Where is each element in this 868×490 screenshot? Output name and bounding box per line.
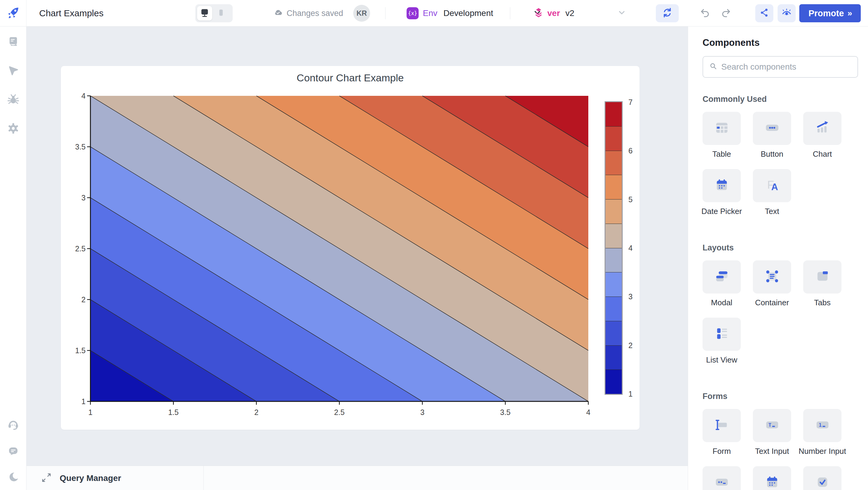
component-label: Modal (711, 298, 733, 307)
y-tick-label: 2 (59, 295, 86, 304)
search-input[interactable] (721, 62, 852, 72)
dark-mode-icon[interactable] (7, 471, 20, 484)
left-sidebar (0, 27, 27, 490)
app-logo[interactable] (0, 0, 27, 27)
rocket-logo-icon (6, 6, 20, 21)
component-label: Number Input (799, 447, 846, 456)
numberinput-icon: 1 (814, 416, 831, 435)
datepicker-icon (713, 176, 731, 195)
component-search[interactable] (703, 56, 858, 78)
desktop-toggle-button[interactable] (197, 6, 212, 21)
env-badge-icon: {x} (407, 7, 418, 19)
component-card-text[interactable]: FA Text (747, 169, 797, 216)
container-icon (764, 268, 781, 286)
env-label: Env (423, 8, 437, 18)
component-card-date-picker[interactable]: Date Picker (747, 466, 797, 490)
redo-button[interactable] (720, 7, 733, 20)
component-card-date-picker[interactable]: Date Picker (696, 169, 747, 216)
environment-selector[interactable]: {x} Env Development (407, 0, 542, 27)
chart-component[interactable]: Contour Chart Example 11.522.533.5411.52… (61, 66, 640, 430)
component-label: Text (765, 207, 779, 216)
share-icon (759, 7, 770, 19)
refresh-button[interactable] (656, 4, 679, 22)
component-label: Chart (813, 150, 832, 159)
save-status: Changes saved (273, 0, 343, 27)
svg-text:T: T (768, 422, 771, 428)
mobile-toggle-button[interactable] (213, 6, 228, 21)
promote-button[interactable]: Promote » (799, 4, 861, 22)
button-icon (764, 119, 781, 138)
modal-icon (713, 268, 731, 286)
form-icon (713, 416, 731, 435)
component-card-tabs[interactable]: Tabs (797, 261, 847, 307)
colorbar-segment (606, 126, 622, 151)
component-label: Text Input (755, 447, 789, 456)
svg-text:A: A (771, 182, 778, 192)
colorbar-segment (606, 297, 622, 321)
y-tick-label: 3.5 (59, 143, 86, 151)
component-card-button[interactable]: Button (747, 112, 797, 159)
tabs-icon (814, 268, 831, 286)
component-card-checkbox[interactable]: Checkbox (797, 466, 847, 490)
section-label: Commonly Used (703, 95, 858, 104)
undo-button[interactable] (698, 7, 711, 20)
component-card-container[interactable]: Container (747, 261, 797, 307)
chevron-down-icon (617, 7, 627, 19)
component-card-table[interactable]: Table (696, 112, 747, 159)
colorbar-segment (606, 102, 622, 126)
cloud-check-icon (273, 7, 283, 20)
colorbar: 7654321 (604, 101, 623, 395)
bug-icon[interactable] (7, 93, 20, 106)
component-card-chart[interactable]: Chart (797, 112, 847, 159)
search-icon (709, 61, 718, 72)
colorbar-segment (606, 224, 622, 248)
version-selector[interactable]: ver v2 (533, 0, 627, 27)
pointer-icon[interactable] (7, 64, 20, 77)
component-label: Button (761, 150, 783, 159)
x-tick-label: 2 (254, 408, 258, 417)
colorbar-tick-label: 3 (628, 292, 632, 301)
env-value: Development (443, 8, 493, 18)
contour-plot: 11.522.533.5411.522.533.54 (90, 96, 588, 401)
component-label: Form (712, 447, 731, 456)
refresh-icon (662, 7, 673, 19)
component-card-modal[interactable]: Modal (696, 261, 747, 307)
component-card-form[interactable]: Form (696, 409, 747, 456)
component-card-text-input[interactable]: T Text Input (747, 409, 797, 456)
double-chevron-icon: » (847, 8, 852, 18)
promote-label: Promote (808, 8, 844, 19)
y-tick-label: 1 (59, 397, 86, 406)
divider (510, 7, 510, 19)
component-card-password-input[interactable]: Password Input (696, 466, 747, 490)
x-tick-label: 4 (586, 408, 590, 417)
desktop-icon (199, 7, 210, 19)
chat-icon[interactable] (7, 444, 20, 457)
colorbar-segment (606, 345, 622, 370)
listview-icon (713, 325, 731, 343)
colorbar-segment (606, 369, 622, 394)
avatar[interactable]: KR (353, 5, 370, 22)
device-toggle (195, 4, 233, 22)
preview-button[interactable] (778, 4, 796, 22)
component-card-list-view[interactable]: List View (696, 318, 747, 365)
script-icon[interactable] (7, 35, 20, 48)
query-manager-toggle[interactable]: Query Manager (27, 466, 204, 490)
section-label: Layouts (703, 243, 858, 252)
page-title: Chart Examples (39, 0, 103, 27)
settings-icon[interactable] (7, 122, 20, 135)
component-card-number-input[interactable]: 1 Number Input (797, 409, 847, 456)
component-label: Table (712, 150, 731, 159)
y-tick-label: 3 (59, 193, 86, 202)
share-button[interactable] (755, 4, 773, 22)
y-tick-label: 2.5 (59, 244, 86, 253)
y-tick-label: 4 (59, 92, 86, 100)
colorbar-segment (606, 175, 622, 199)
bottom-bar: Query Manager (27, 466, 688, 490)
app-canvas[interactable]: Contour Chart Example 11.522.533.5411.52… (27, 27, 688, 466)
x-tick-label: 3 (420, 408, 424, 417)
component-label: Date Picker (701, 207, 742, 216)
components-panel: Components Commonly Used Table Button Ch… (688, 27, 868, 490)
support-icon[interactable] (7, 418, 20, 431)
colorbar-tick-label: 5 (628, 195, 632, 204)
save-status-label: Changes saved (287, 9, 343, 18)
